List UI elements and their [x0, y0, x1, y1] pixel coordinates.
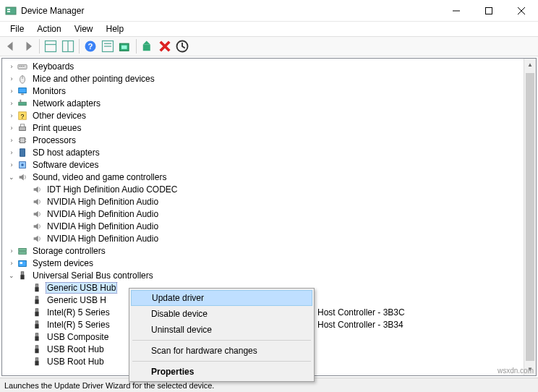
expand-icon[interactable]: › — [7, 258, 17, 268]
tree-item[interactable]: NVIDIA High Definition Audio — [2, 208, 536, 220]
collapse-icon[interactable]: ⌄ — [7, 270, 17, 281]
usb-icon — [31, 356, 43, 367]
network-icon — [17, 98, 28, 109]
tree-item-label: Intel(R) 5 Series — [46, 307, 111, 318]
scroll-up-icon[interactable]: ▲ — [524, 59, 536, 71]
svg-rect-17 — [121, 46, 127, 49]
tree-item-label: USB Root Hub — [46, 357, 106, 367]
tree-item[interactable]: ›Processors — [2, 134, 536, 146]
svg-rect-48 — [35, 287, 38, 291]
svg-rect-59 — [35, 357, 38, 360]
expand-icon[interactable]: › — [7, 61, 17, 72]
properties-button[interactable] — [100, 38, 116, 54]
tree-item[interactable]: ›Keyboards — [2, 60, 536, 72]
context-menu-separator — [132, 340, 311, 341]
tree-item-label: Generic USB H — [46, 295, 108, 305]
forward-button[interactable] — [20, 38, 36, 54]
svg-point-40 — [21, 163, 24, 166]
svg-rect-2 — [7, 11, 10, 12]
tree-item-suffix: Host Controller - 3B34 — [317, 320, 404, 330]
expand-icon[interactable]: › — [7, 98, 17, 108]
expand-icon[interactable]: › — [7, 86, 17, 96]
storage-icon — [17, 245, 28, 257]
toolbar: ? — [0, 36, 538, 56]
maximize-button[interactable] — [472, 0, 505, 21]
view-button[interactable] — [60, 38, 76, 54]
svg-rect-26 — [19, 88, 27, 93]
minimize-button[interactable] — [440, 0, 472, 21]
other-icon: ? — [17, 110, 28, 122]
expand-icon[interactable]: › — [7, 135, 17, 145]
usb-icon — [31, 294, 43, 306]
expand-icon[interactable]: › — [7, 74, 17, 84]
tree-item-label: System devices — [31, 258, 95, 268]
context-menu-item[interactable]: Scan for hardware changes — [131, 343, 312, 359]
disable-button[interactable] — [174, 38, 190, 54]
tree-item-label: Mice and other pointing devices — [31, 74, 156, 84]
usb-icon — [17, 270, 28, 281]
tree-item-label: USB Root Hub — [46, 344, 106, 354]
uninstall-button[interactable] — [157, 38, 173, 54]
svg-rect-52 — [35, 312, 38, 316]
scan-button[interactable] — [117, 38, 133, 54]
expand-icon[interactable]: › — [7, 160, 17, 170]
tree-item[interactable]: NVIDIA High Definition Audio — [2, 195, 536, 208]
tree-item[interactable]: ›System devices — [2, 257, 536, 269]
context-menu-item[interactable]: Uninstall device — [131, 322, 312, 338]
svg-rect-28 — [19, 102, 27, 105]
tree-item[interactable]: ›Network adapters — [2, 97, 536, 109]
svg-rect-55 — [35, 333, 38, 336]
scroll-thumb[interactable] — [526, 73, 534, 361]
context-menu-item[interactable]: Disable device — [131, 306, 312, 322]
tree-item[interactable]: ⌄Sound, video and game controllers — [2, 171, 536, 183]
tree-item[interactable]: IDT High Definition Audio CODEC — [2, 183, 536, 195]
close-button[interactable] — [505, 0, 537, 21]
tree-item[interactable]: ›SD host adapters — [2, 146, 536, 158]
expand-icon[interactable]: › — [7, 148, 17, 158]
svg-rect-20 — [18, 64, 27, 69]
back-button[interactable] — [3, 38, 19, 54]
tree-item[interactable]: ›Mice and other pointing devices — [2, 72, 536, 85]
menu-file[interactable]: File — [4, 22, 30, 35]
tree-item[interactable]: ›Monitors — [2, 85, 536, 97]
tree-item-label: Other devices — [31, 111, 87, 121]
menu-view[interactable]: View — [69, 22, 99, 35]
expand-icon[interactable]: › — [7, 111, 17, 121]
printer-icon — [17, 122, 28, 134]
tree-item-label: Monitors — [31, 86, 67, 96]
svg-rect-32 — [20, 127, 26, 130]
svg-rect-58 — [35, 349, 38, 353]
sd-icon — [17, 147, 28, 158]
svg-rect-57 — [35, 345, 38, 348]
menu-help[interactable]: Help — [101, 22, 130, 35]
context-menu-item[interactable]: Update driver — [131, 290, 312, 306]
tree-item[interactable]: ›Print queues — [2, 122, 536, 134]
menu-action[interactable]: Action — [31, 22, 67, 35]
tree-item[interactable]: ›Software devices — [2, 158, 536, 171]
context-menu-item[interactable]: Properties — [131, 364, 312, 380]
software-icon — [17, 159, 28, 171]
tree-item[interactable]: NVIDIA High Definition Audio — [2, 220, 536, 232]
sound-icon — [31, 208, 43, 220]
tree-item[interactable]: ›Storage controllers — [2, 244, 536, 257]
expand-icon[interactable]: › — [7, 123, 17, 133]
update-driver-button[interactable] — [140, 38, 155, 54]
tree-item[interactable]: ⌄Universal Serial Bus controllers — [2, 269, 536, 281]
tree-item[interactable]: NVIDIA High Definition Audio — [2, 232, 536, 244]
svg-rect-29 — [20, 99, 22, 102]
show-hidden-button[interactable] — [43, 38, 59, 54]
expand-icon[interactable]: › — [7, 246, 17, 256]
help-button[interactable]: ? — [82, 38, 98, 54]
svg-rect-23 — [23, 66, 25, 67]
svg-rect-47 — [35, 284, 38, 286]
tree-item-label: Print queues — [31, 123, 82, 133]
svg-rect-51 — [35, 308, 38, 311]
tree-item-label: Processors — [31, 135, 77, 145]
tree-item-label: Generic USB Hub — [46, 282, 117, 294]
svg-rect-1 — [7, 9, 10, 10]
sound-icon — [31, 184, 43, 195]
collapse-icon[interactable]: ⌄ — [7, 172, 17, 182]
svg-rect-44 — [20, 262, 23, 264]
tree-item[interactable]: ›?Other devices — [2, 109, 536, 122]
vertical-scrollbar[interactable]: ▲ ▼ — [524, 59, 536, 375]
